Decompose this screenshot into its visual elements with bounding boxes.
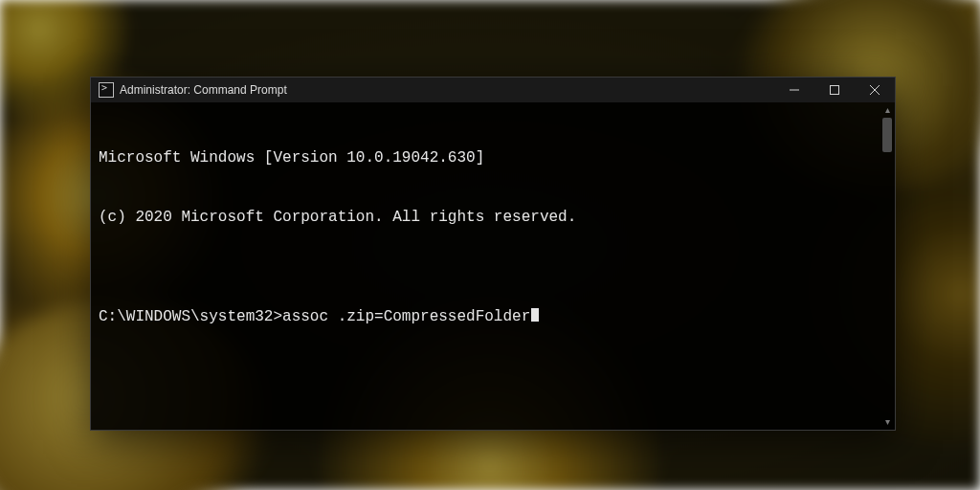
svg-rect-0 xyxy=(831,86,839,95)
minimize-button[interactable] xyxy=(774,78,814,102)
close-icon xyxy=(870,85,880,95)
cmd-icon xyxy=(99,82,114,98)
prompt-prefix: C:\WINDOWS\system32> xyxy=(99,308,282,325)
minimize-icon xyxy=(790,85,799,95)
typed-command: assoc .zip=CompressedFolder xyxy=(282,308,530,325)
banner-line-1: Microsoft Windows [Version 10.0.19042.63… xyxy=(99,148,885,168)
maximize-icon xyxy=(830,85,839,95)
terminal-area[interactable]: Microsoft Windows [Version 10.0.19042.63… xyxy=(91,102,895,430)
cmd-window: Administrator: Command Prompt Microsoft … xyxy=(90,77,896,431)
prompt-line: C:\WINDOWS\system32>assoc .zip=Compresse… xyxy=(99,307,885,327)
window-title: Administrator: Command Prompt xyxy=(120,83,287,97)
titlebar[interactable]: Administrator: Command Prompt xyxy=(91,78,895,102)
banner-line-2: (c) 2020 Microsoft Corporation. All righ… xyxy=(99,208,885,228)
text-cursor xyxy=(531,308,539,322)
maximize-button[interactable] xyxy=(814,78,855,102)
close-button[interactable] xyxy=(855,78,895,102)
